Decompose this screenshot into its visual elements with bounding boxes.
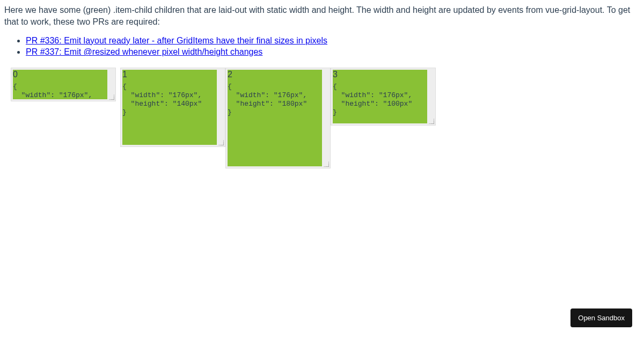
pr-link-337[interactable]: PR #337: Emit @resized whenever pixel wi…: [26, 47, 262, 56]
grid-item[interactable]: 0{ "width": "176px",: [11, 68, 116, 101]
item-child: 3{ "width": "176px", "height": "100px" }: [333, 70, 427, 123]
pr-list-item: PR #337: Emit @resized whenever pixel wi…: [26, 46, 640, 58]
resize-handle-icon[interactable]: [109, 94, 114, 100]
description-text: Here we have some (green) .item-child ch…: [4, 4, 640, 28]
grid-item[interactable]: 3{ "width": "176px", "height": "100px" }: [331, 68, 436, 126]
pr-list: PR #336: Emit layout ready later - after…: [4, 35, 640, 58]
resize-handle-icon[interactable]: [429, 119, 434, 124]
item-size-json: { "width": "176px", "height": "180px" }: [228, 83, 322, 117]
resize-handle-icon[interactable]: [324, 161, 329, 167]
item-child: 0{ "width": "176px",: [13, 70, 107, 99]
grid-item[interactable]: 2{ "width": "176px", "height": "180px" }: [225, 68, 331, 168]
item-index: 2: [228, 70, 322, 79]
item-child: 2{ "width": "176px", "height": "180px" }: [228, 70, 322, 166]
item-index: 0: [13, 70, 107, 79]
pr-link-336[interactable]: PR #336: Emit layout ready later - after…: [26, 36, 327, 45]
item-size-json: { "width": "176px", "height": "140px" }: [122, 83, 217, 117]
open-sandbox-button[interactable]: Open Sandbox: [570, 308, 632, 327]
grid-item[interactable]: 1{ "width": "176px", "height": "140px" }: [120, 68, 225, 147]
item-index: 1: [122, 70, 217, 79]
item-child: 1{ "width": "176px", "height": "140px" }: [122, 70, 217, 145]
pr-list-item: PR #336: Emit layout ready later - after…: [26, 35, 640, 47]
item-size-json: { "width": "176px", "height": "100px" }: [333, 83, 427, 117]
resize-handle-icon[interactable]: [218, 140, 224, 145]
item-size-json: { "width": "176px",: [13, 83, 107, 99]
item-index: 3: [333, 70, 427, 79]
